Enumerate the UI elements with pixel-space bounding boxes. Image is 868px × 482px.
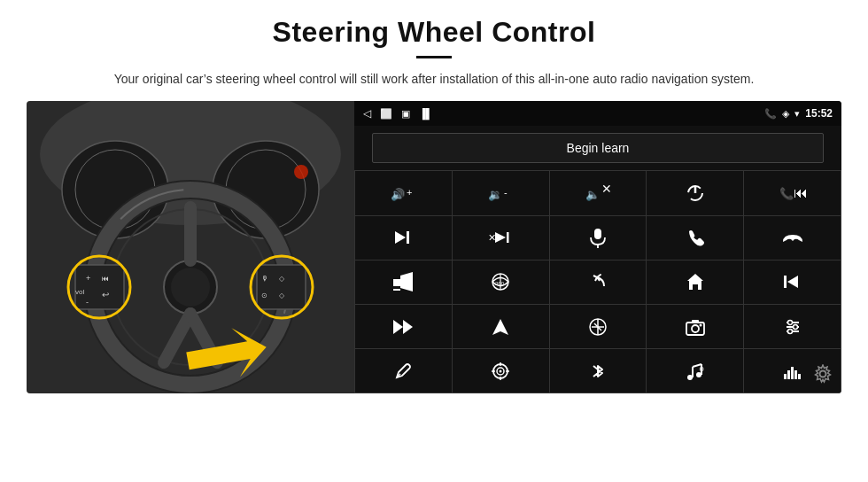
fast-fwd-button[interactable]: [355, 305, 452, 348]
svg-marker-47: [400, 272, 413, 292]
svg-text:⏮: ⏮: [794, 185, 806, 200]
svg-marker-42: [495, 232, 506, 243]
horn-button[interactable]: [355, 260, 452, 304]
page-subtitle: Your original car’s steering wheel contr…: [114, 69, 755, 89]
svg-rect-44: [594, 229, 601, 239]
settings-ctrl-button[interactable]: [744, 305, 841, 348]
phone-icon: 📞: [764, 108, 777, 120]
phone-button[interactable]: [647, 216, 743, 260]
svg-text:vol: vol: [75, 288, 84, 296]
svg-text:🔉: 🔉: [488, 187, 503, 202]
svg-marker-55: [393, 320, 403, 334]
svg-text:📞: 📞: [779, 186, 794, 201]
vol-down-button[interactable]: 🔉-: [453, 171, 549, 214]
status-right-area: 📞 ◈ ▾ 15:52: [764, 107, 833, 120]
svg-text:✕: ✕: [601, 184, 610, 196]
vol-up-button[interactable]: 🔊+: [355, 171, 452, 214]
svg-text:🎙: 🎙: [261, 275, 268, 283]
begin-learn-button[interactable]: Begin learn: [372, 133, 824, 163]
nav-icons: ◁ ⬜ ▣ ▐▌: [363, 107, 433, 120]
music-button[interactable]: ⚙: [647, 349, 743, 393]
location-icon: ◈: [782, 108, 789, 120]
android-panel: ◁ ⬜ ▣ ▐▌ 📞 ◈ ▾ 15:52 Begin learn: [354, 101, 841, 393]
svg-rect-88: [791, 367, 794, 379]
svg-point-6: [294, 165, 308, 179]
svg-rect-16: [75, 265, 124, 309]
mic-button[interactable]: [550, 216, 647, 260]
svg-marker-39: [395, 231, 406, 244]
svg-rect-90: [798, 374, 801, 379]
control-grid: 🔊+ 🔉- 🔈✕ 📞 ⏮: [354, 170, 841, 393]
svg-text:✕: ✕: [488, 232, 496, 243]
settings-gear-icon[interactable]: [813, 364, 833, 388]
back-button[interactable]: [550, 260, 647, 304]
svg-marker-54: [787, 276, 798, 288]
svg-text:-: -: [86, 298, 89, 307]
next-button[interactable]: [355, 216, 452, 260]
svg-rect-53: [784, 276, 787, 288]
wifi-icon: ▾: [794, 108, 800, 120]
svg-rect-89: [794, 370, 797, 379]
skip-begin-button[interactable]: [744, 260, 841, 304]
home-nav-icon[interactable]: ⬜: [380, 108, 392, 120]
phone-prev-button[interactable]: 📞 ⏮: [744, 171, 841, 214]
mute-button[interactable]: 🔈✕: [550, 171, 647, 214]
svg-rect-86: [784, 374, 787, 379]
power-button[interactable]: [647, 171, 743, 214]
svg-text:🔈: 🔈: [585, 187, 601, 202]
page-title: Steering Wheel Control: [273, 16, 596, 49]
svg-marker-56: [403, 320, 413, 334]
360-button[interactable]: 360: [453, 260, 549, 304]
nav-arrow-button[interactable]: [453, 305, 549, 348]
svg-text:⚙: ⚙: [699, 366, 704, 372]
pen-button[interactable]: [355, 349, 452, 393]
svg-marker-52: [687, 274, 703, 290]
svg-point-91: [820, 371, 826, 377]
svg-rect-43: [507, 232, 509, 243]
bluetooth-button[interactable]: [550, 349, 647, 393]
svg-text:⊙: ⊙: [261, 292, 267, 299]
svg-text:◇: ◇: [279, 275, 285, 283]
svg-point-69: [787, 320, 792, 324]
hangup-button[interactable]: [744, 216, 841, 260]
svg-text:⏮: ⏮: [102, 275, 109, 283]
svg-marker-57: [492, 319, 508, 335]
target-button[interactable]: [453, 349, 549, 393]
svg-rect-40: [407, 231, 409, 244]
signal-icon: ▐▌: [419, 108, 433, 119]
time-display: 15:52: [805, 107, 833, 120]
svg-rect-46: [393, 279, 400, 286]
camera-button[interactable]: [647, 305, 743, 348]
title-divider: [416, 56, 452, 58]
svg-text:+: +: [407, 187, 412, 198]
shuffle-button[interactable]: ✕: [453, 216, 549, 260]
svg-point-11: [171, 268, 210, 307]
status-bar: ◁ ⬜ ▣ ▐▌ 📞 ◈ ▾ 15:52: [354, 101, 841, 126]
svg-point-75: [500, 369, 502, 372]
svg-rect-87: [787, 370, 790, 379]
back-nav-icon[interactable]: ◁: [363, 107, 371, 120]
recent-nav-icon[interactable]: ▣: [401, 108, 410, 120]
svg-rect-22: [257, 265, 306, 309]
svg-point-65: [699, 323, 701, 326]
svg-text:🔊: 🔊: [391, 187, 406, 202]
car-image: + vol - ⏮ ↩ 🎙 ◇ ⊙ ◇: [27, 101, 354, 393]
svg-text:+: +: [86, 274, 90, 283]
svg-text:360: 360: [495, 281, 505, 286]
home-button[interactable]: [647, 260, 743, 304]
svg-rect-63: [692, 320, 699, 323]
begin-learn-row: Begin learn: [354, 126, 841, 170]
svg-point-64: [692, 325, 699, 332]
svg-point-70: [793, 324, 797, 329]
svg-text:◇: ◇: [279, 292, 285, 299]
svg-point-71: [787, 329, 792, 333]
svg-text:-: -: [504, 187, 508, 198]
svg-text:↩: ↩: [102, 290, 109, 299]
eq-button[interactable]: [550, 305, 647, 348]
